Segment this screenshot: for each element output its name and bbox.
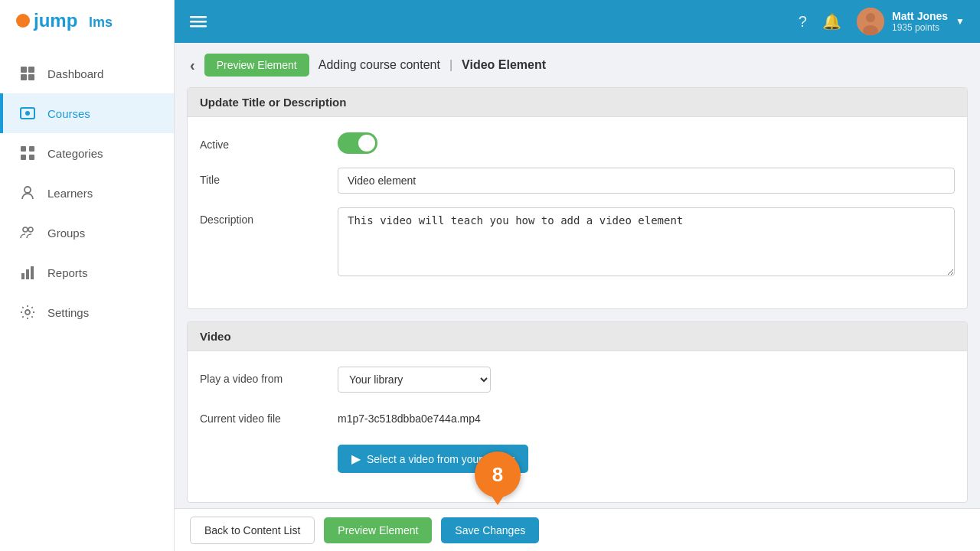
sidebar-item-groups[interactable]: Groups <box>0 213 174 253</box>
active-toggle[interactable] <box>338 132 377 154</box>
breadcrumb-subtitle: Video Element <box>462 58 546 72</box>
sidebar-item-reports[interactable]: Reports <box>0 253 174 292</box>
svg-rect-3 <box>21 67 27 73</box>
video-section-heading: Video <box>188 322 967 351</box>
svg-rect-22 <box>190 25 207 28</box>
active-label: Active <box>200 132 322 151</box>
play-from-row: Play a video from Your library URL Uploa… <box>200 367 955 393</box>
content-area: ‹ Preview Element Adding course content … <box>175 43 980 508</box>
sidebar-item-label: Reports <box>47 266 88 279</box>
reports-icon <box>18 263 37 282</box>
svg-rect-5 <box>21 74 27 80</box>
description-row: Description This video will teach you ho… <box>200 207 955 279</box>
sidebar-item-label: Groups <box>47 227 85 240</box>
svg-text:lms: lms <box>89 15 113 30</box>
current-file-row: Current video file m1p7-3c518dbba0e744a.… <box>200 406 955 425</box>
sidebar-item-categories[interactable]: Categories <box>0 133 174 173</box>
sidebar-item-label: Learners <box>47 187 93 200</box>
svg-point-8 <box>25 111 30 116</box>
svg-rect-12 <box>29 155 34 160</box>
user-menu[interactable]: Matt Jones 1935 points ▼ <box>857 8 965 35</box>
update-section-body: Active Title Description This v <box>188 117 967 308</box>
breadcrumb-title: Adding course content <box>318 58 440 72</box>
description-input-container: This video will teach you how to add a v… <box>338 207 955 279</box>
sidebar-item-label: Categories <box>47 147 103 160</box>
svg-point-19 <box>25 310 30 315</box>
active-row: Active <box>200 132 955 154</box>
current-file-value: m1p7-3c518dbba0e744a.mp4 <box>338 406 955 425</box>
sidebar-item-dashboard[interactable]: Dashboard <box>0 54 174 93</box>
back-arrow-icon[interactable]: ‹ <box>190 57 195 74</box>
learners-icon <box>18 184 37 202</box>
sidebar: jump lms Dashboard Courses <box>0 0 175 551</box>
update-section: Update Title or Description Active Title <box>187 87 968 309</box>
svg-rect-10 <box>29 146 34 152</box>
courses-icon <box>18 104 37 122</box>
select-video-row: ▶ Select a video from your library <box>200 439 955 473</box>
update-section-heading: Update Title or Description <box>188 88 967 117</box>
svg-rect-4 <box>28 67 34 73</box>
sidebar-item-label: Settings <box>47 306 89 319</box>
svg-text:jump: jump <box>33 10 77 31</box>
breadcrumb: ‹ Preview Element Adding course content … <box>175 43 980 87</box>
back-to-content-button[interactable]: Back to Content List <box>190 517 315 544</box>
main-area: ? 🔔 Matt Jones 1935 points ▼ ‹ Preview E… <box>175 0 980 551</box>
video-section-body: Play a video from Your library URL Uploa… <box>188 351 967 502</box>
svg-rect-17 <box>26 269 29 279</box>
svg-rect-6 <box>28 74 34 80</box>
logo-svg: jump lms <box>12 10 158 44</box>
svg-rect-16 <box>21 273 24 279</box>
categories-icon <box>18 144 37 162</box>
video-section: Video Play a video from Your library URL… <box>187 321 968 503</box>
play-from-control: Your library URL Upload <box>338 367 955 393</box>
dashboard-icon <box>18 64 37 83</box>
badge-circle: 8 <box>475 452 521 497</box>
title-input[interactable] <box>338 168 955 194</box>
sidebar-item-settings[interactable]: Settings <box>0 292 174 332</box>
step-badge: 8 <box>475 452 521 497</box>
svg-point-24 <box>866 13 875 22</box>
footer: Back to Content List Preview Element Sav… <box>175 508 980 551</box>
description-textarea[interactable]: This video will teach you how to add a v… <box>338 207 955 276</box>
svg-rect-18 <box>31 266 34 279</box>
logo-area: jump lms <box>0 0 174 54</box>
save-changes-button[interactable]: Save Changes <box>441 517 539 543</box>
svg-rect-9 <box>21 146 26 152</box>
preview-element-button-top[interactable]: Preview Element <box>204 54 309 77</box>
svg-rect-11 <box>21 155 26 160</box>
user-points: 1935 points <box>892 22 948 33</box>
hamburger-icon[interactable] <box>190 13 207 30</box>
top-header: ? 🔔 Matt Jones 1935 points ▼ <box>175 0 980 43</box>
current-file-label: Current video file <box>200 406 322 425</box>
user-name: Matt Jones <box>892 10 948 22</box>
svg-point-13 <box>24 187 31 193</box>
breadcrumb-separator: | <box>449 58 452 72</box>
help-icon[interactable]: ? <box>799 13 807 31</box>
notification-icon[interactable]: 🔔 <box>822 12 841 31</box>
description-label: Description <box>200 207 322 226</box>
settings-icon <box>18 303 37 321</box>
svg-rect-21 <box>190 21 207 23</box>
svg-point-0 <box>16 14 30 28</box>
svg-point-15 <box>28 227 33 232</box>
groups-icon <box>18 223 37 242</box>
user-info: Matt Jones 1935 points <box>892 10 948 33</box>
title-input-container <box>338 168 955 194</box>
title-row: Title <box>200 168 955 194</box>
svg-point-14 <box>23 227 28 232</box>
badge-number: 8 <box>492 463 503 487</box>
play-circle-icon: ▶ <box>351 452 361 466</box>
sidebar-item-label: Courses <box>47 107 90 120</box>
svg-rect-20 <box>190 16 207 18</box>
play-from-select[interactable]: Your library URL Upload <box>338 367 491 393</box>
active-toggle-container <box>338 132 955 154</box>
play-from-label: Play a video from <box>200 367 322 385</box>
sidebar-item-label: Dashboard <box>47 67 103 80</box>
avatar <box>857 8 884 35</box>
title-label: Title <box>200 168 322 186</box>
sidebar-item-learners[interactable]: Learners <box>0 173 174 213</box>
sidebar-item-courses[interactable]: Courses <box>0 93 174 133</box>
chevron-down-icon: ▼ <box>956 16 965 27</box>
preview-element-button-footer[interactable]: Preview Element <box>324 517 432 543</box>
